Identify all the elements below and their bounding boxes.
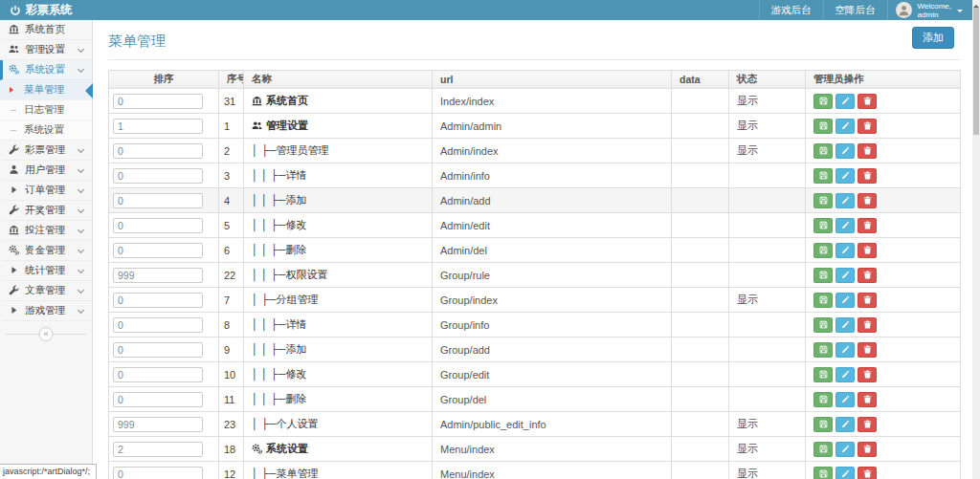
save-icon [819,171,828,180]
delete-button[interactable] [858,218,877,233]
save-button[interactable] [813,143,833,159]
add-button[interactable]: 添加 [912,27,954,49]
edit-button[interactable] [835,168,855,184]
edit-button[interactable] [835,442,855,457]
sort-input[interactable] [113,342,203,358]
delete-button[interactable] [858,467,877,479]
sort-input[interactable] [113,218,203,233]
nav-link-jump-backend[interactable]: 空降后台 [823,0,887,20]
save-button[interactable] [813,293,833,308]
sidebar-item-game-management[interactable]: 游戏管理 [0,301,92,321]
edit-button[interactable] [835,293,855,308]
edit-button[interactable] [835,417,855,432]
sidebar-item-lottery-management[interactable]: 彩票管理 [0,141,92,161]
save-button[interactable] [813,392,833,407]
delete-button[interactable] [858,367,877,382]
delete-button[interactable] [858,317,877,333]
edit-button[interactable] [835,193,855,208]
save-button[interactable] [813,268,833,283]
sidebar-item-order-management[interactable]: 订单管理 [0,181,92,201]
sidebar-item-draw-management[interactable]: 开奖管理 [0,201,92,221]
welcome-text: Welcome, admin [918,2,951,19]
sort-input[interactable] [113,392,203,407]
sidebar-item-user-management[interactable]: 用户管理 [0,161,92,181]
chevron-down-icon [78,207,84,213]
save-button[interactable] [813,467,833,479]
sort-input[interactable] [113,442,203,457]
edit-button[interactable] [835,243,855,258]
edit-button[interactable] [835,143,855,159]
edit-button[interactable] [835,119,855,134]
save-button[interactable] [813,119,833,134]
user-menu[interactable]: Welcome, admin [887,0,970,20]
vertical-scrollbar[interactable] [972,0,980,479]
delete-button[interactable] [858,392,877,407]
sidebar-subitem-system-config[interactable]: 系统设置 [0,120,92,141]
pencil-icon [841,171,850,180]
nav-link-game-backend[interactable]: 游戏后台 [759,0,823,20]
sort-input[interactable] [113,317,203,333]
sort-input[interactable] [113,94,203,109]
delete-button[interactable] [858,243,877,258]
sidebar-item-fund-management[interactable]: 资金管理 [0,241,92,261]
sidebar-subitem-menu-management[interactable]: 菜单管理 [0,80,92,100]
save-button[interactable] [813,168,833,184]
actions-cell [806,337,961,362]
edit-button[interactable] [835,268,855,283]
sidebar-item-article-management[interactable]: 文章管理 [0,281,92,301]
trash-icon [863,271,872,279]
edit-button[interactable] [835,317,855,333]
edit-button[interactable] [835,218,855,233]
edit-button[interactable] [835,392,855,407]
delete-button[interactable] [858,293,877,308]
edit-button[interactable] [835,342,855,358]
sidebar-collapse-button[interactable]: « [39,327,54,341]
sidebar-item-admin-settings[interactable]: 管理设置 [0,40,92,60]
delete-button[interactable] [858,94,877,109]
pencil-icon [841,121,850,130]
dash-bullet-icon [11,130,16,131]
sort-input[interactable] [113,143,203,159]
delete-button[interactable] [858,442,877,457]
pencil-icon [841,146,850,155]
delete-button[interactable] [858,268,877,283]
sidebar-subitem-log-management[interactable]: 日志管理 [0,100,92,120]
delete-button[interactable] [858,193,877,208]
delete-button[interactable] [858,168,877,184]
edit-button[interactable] [835,367,855,382]
app-brand[interactable]: 彩票系统 [0,0,81,20]
sort-input[interactable] [113,293,203,308]
save-button[interactable] [813,317,833,333]
sidebar-item-home[interactable]: 系统首页 [0,20,92,40]
url-cell: Group/edit [433,362,672,387]
scrollbar-thumb[interactable] [973,8,979,135]
sort-input[interactable] [113,119,203,134]
sort-input[interactable] [113,243,203,258]
row-name: │ │ ├─修改 [252,218,306,232]
sort-input[interactable] [113,168,203,184]
save-button[interactable] [813,342,833,358]
save-button[interactable] [813,367,833,382]
sort-input[interactable] [113,467,203,479]
save-button[interactable] [813,218,833,233]
delete-button[interactable] [858,119,877,134]
save-button[interactable] [813,417,833,432]
sort-input[interactable] [113,367,203,382]
status-cell: 显示 [729,288,806,313]
sort-input[interactable] [113,417,203,432]
delete-button[interactable] [858,342,877,358]
save-button[interactable] [813,94,833,109]
sidebar-item-bet-management[interactable]: 投注管理 [0,221,92,241]
save-button[interactable] [813,243,833,258]
column-header-5: 状态 [729,71,806,89]
edit-button[interactable] [835,94,855,109]
delete-button[interactable] [858,417,877,432]
save-button[interactable] [813,193,833,208]
delete-button[interactable] [858,143,877,159]
edit-button[interactable] [835,467,855,479]
sidebar-item-stats-management[interactable]: 统计管理 [0,261,92,281]
sidebar-item-system-settings[interactable]: 系统设置 [0,60,92,80]
sort-input[interactable] [113,268,203,283]
save-button[interactable] [813,442,833,457]
sort-input[interactable] [113,193,203,208]
